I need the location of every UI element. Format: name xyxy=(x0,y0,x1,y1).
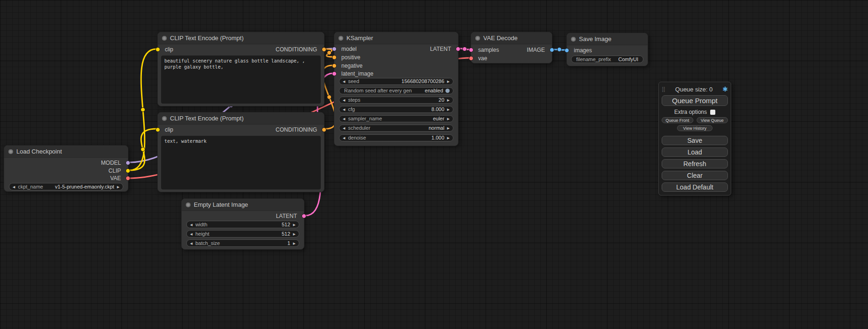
node-title-bar[interactable]: Save Image xyxy=(567,33,648,45)
input-slot-positive[interactable] xyxy=(332,55,337,60)
increment-icon[interactable]: ▶ xyxy=(447,126,450,130)
link-midpoint-dot xyxy=(141,108,145,112)
widget-cfg[interactable]: ◀ cfg 8.000 ▶ xyxy=(339,106,453,113)
widget-height[interactable]: ◀ height 512 ▶ xyxy=(186,230,299,238)
output-slot-image[interactable] xyxy=(550,48,554,52)
widget-seed[interactable]: ◀ seed 156680208700286 ▶ xyxy=(339,78,453,85)
queue-menu-panel[interactable]: ⣿ Queue size: 0 ✱ Queue Prompt Extra opt… xyxy=(658,82,731,196)
node-title-bar[interactable]: Load Checkpoint xyxy=(4,146,128,158)
prompt-textarea[interactable]: text, watermark xyxy=(161,136,321,189)
settings-gear-icon[interactable]: ✱ xyxy=(722,86,728,92)
widget-value: 20 xyxy=(438,97,444,103)
load-default-button[interactable]: Load Default xyxy=(662,182,728,192)
node-clip-text-encode-positive[interactable]: CLIP Text Encode (Prompt) clip CONDITION… xyxy=(157,32,325,106)
queue-front-button[interactable]: Queue Front xyxy=(662,117,693,123)
node-load-checkpoint[interactable]: Load Checkpoint MODEL CLIP VAE ◀ ckpt_na… xyxy=(4,145,128,192)
extra-options-row: Extra options xyxy=(662,109,728,115)
output-slot-model[interactable] xyxy=(126,161,130,165)
widget-random-seed-toggle[interactable]: Random seed after every gen enabled xyxy=(339,87,453,94)
widget-filename-prefix[interactable]: filename_prefix ComfyUI xyxy=(571,56,643,63)
input-slot-negative[interactable] xyxy=(332,63,337,68)
widget-width[interactable]: ◀ width 512 ▶ xyxy=(186,221,299,228)
output-slot-conditioning[interactable] xyxy=(322,47,326,52)
increment-icon[interactable]: ▶ xyxy=(447,80,450,83)
increment-icon[interactable]: ▶ xyxy=(447,117,450,120)
increment-icon[interactable]: ▶ xyxy=(447,98,450,102)
increment-icon[interactable]: ▶ xyxy=(447,108,450,111)
input-label-samples: samples xyxy=(478,47,499,53)
node-status-dot xyxy=(8,149,13,154)
extra-options-checkbox[interactable] xyxy=(710,110,715,115)
widget-name: denoise xyxy=(348,135,366,141)
save-button[interactable]: Save xyxy=(662,136,728,145)
node-title: Save Image xyxy=(579,35,611,42)
decrement-icon[interactable]: ◀ xyxy=(190,242,192,245)
load-button[interactable]: Load xyxy=(662,147,728,157)
decrement-icon[interactable]: ◀ xyxy=(190,232,192,236)
decrement-icon[interactable]: ◀ xyxy=(343,136,345,140)
widget-value: 156680208700286 xyxy=(402,78,445,84)
node-status-dot xyxy=(571,37,576,42)
widget-scheduler[interactable]: ◀ scheduler normal ▶ xyxy=(339,125,453,132)
output-label-vae: VAE xyxy=(110,175,121,182)
widget-name: width xyxy=(195,222,207,228)
node-title-bar[interactable]: Empty Latent Image xyxy=(182,199,304,211)
output-slot-clip[interactable] xyxy=(126,168,130,173)
input-label-clip: clip xyxy=(165,46,173,53)
node-clip-text-encode-negative[interactable]: CLIP Text Encode (Prompt) clip CONDITION… xyxy=(157,112,325,192)
input-slot-vae[interactable] xyxy=(469,56,473,61)
increment-icon[interactable]: ▶ xyxy=(293,242,296,245)
menu-header: ⣿ Queue size: 0 ✱ xyxy=(662,84,728,94)
clear-button[interactable]: Clear xyxy=(662,171,728,180)
output-slot-latent[interactable] xyxy=(302,214,306,218)
widget-batch-size[interactable]: ◀ batch_size 1 ▶ xyxy=(186,239,299,247)
output-slot-latent[interactable] xyxy=(456,47,460,51)
link-image xyxy=(553,49,565,50)
output-slot-conditioning[interactable] xyxy=(322,127,326,132)
node-title: CLIP Text Encode (Prompt) xyxy=(170,35,244,42)
widget-ckpt-name[interactable]: ◀ ckpt_name v1-5-pruned-emaonly.ckpt ▶ xyxy=(9,183,123,190)
input-slot-clip[interactable] xyxy=(155,47,160,52)
output-slot-vae[interactable] xyxy=(126,176,130,181)
widget-sampler-name[interactable]: ◀ sampler_name euler ▶ xyxy=(339,115,453,122)
refresh-button[interactable]: Refresh xyxy=(662,159,728,168)
input-label-negative: negative xyxy=(341,63,362,69)
increment-icon[interactable]: ▶ xyxy=(117,185,120,189)
node-title-bar[interactable]: CLIP Text Encode (Prompt) xyxy=(158,112,324,125)
node-ksampler[interactable]: KSampler model positive negative latent_… xyxy=(334,32,459,146)
output-label-clip: CLIP xyxy=(108,168,121,174)
graph-canvas[interactable]: Load Checkpoint MODEL CLIP VAE ◀ ckpt_na… xyxy=(0,0,868,329)
input-slot-latent-image[interactable] xyxy=(332,71,337,76)
view-queue-button[interactable]: View Queue xyxy=(697,117,728,123)
input-slot-model[interactable] xyxy=(332,47,337,51)
decrement-icon[interactable]: ◀ xyxy=(343,80,345,83)
increment-icon[interactable]: ▶ xyxy=(293,232,296,236)
queue-size-label: Queue size: 0 xyxy=(665,86,722,93)
node-title-bar[interactable]: CLIP Text Encode (Prompt) xyxy=(158,32,324,44)
drag-handle-icon[interactable]: ⣿ xyxy=(662,86,665,92)
toggle-indicator[interactable] xyxy=(445,89,450,93)
input-slot-samples[interactable] xyxy=(469,48,473,52)
decrement-icon[interactable]: ◀ xyxy=(343,126,345,130)
widget-denoise[interactable]: ◀ denoise 1.000 ▶ xyxy=(339,134,453,141)
node-save-image[interactable]: Save Image images filename_prefix ComfyU… xyxy=(566,33,648,66)
decrement-icon[interactable]: ◀ xyxy=(343,117,345,120)
prompt-textarea[interactable]: beautiful scenery nature glass bottle la… xyxy=(161,56,321,104)
decrement-icon[interactable]: ◀ xyxy=(13,185,15,189)
input-slot-clip[interactable] xyxy=(155,127,160,132)
node-title-bar[interactable]: KSampler xyxy=(334,32,458,44)
increment-icon[interactable]: ▶ xyxy=(293,223,296,226)
widget-steps[interactable]: ◀ steps 20 ▶ xyxy=(339,97,453,104)
queue-prompt-button[interactable]: Queue Prompt xyxy=(662,95,728,106)
input-label-model: model xyxy=(341,46,357,52)
link-latent-to-vae xyxy=(459,49,470,49)
view-history-button[interactable]: View History xyxy=(677,125,713,131)
node-title-bar[interactable]: VAE Decode xyxy=(471,32,552,44)
node-empty-latent-image[interactable]: Empty Latent Image LATENT ◀ width 512 ▶ … xyxy=(181,198,304,250)
node-vae-decode[interactable]: VAE Decode samples vae IMAGE xyxy=(471,32,552,63)
increment-icon[interactable]: ▶ xyxy=(447,136,450,140)
decrement-icon[interactable]: ◀ xyxy=(343,98,345,102)
decrement-icon[interactable]: ◀ xyxy=(190,223,192,226)
decrement-icon[interactable]: ◀ xyxy=(343,108,345,111)
input-slot-images[interactable] xyxy=(565,48,569,53)
